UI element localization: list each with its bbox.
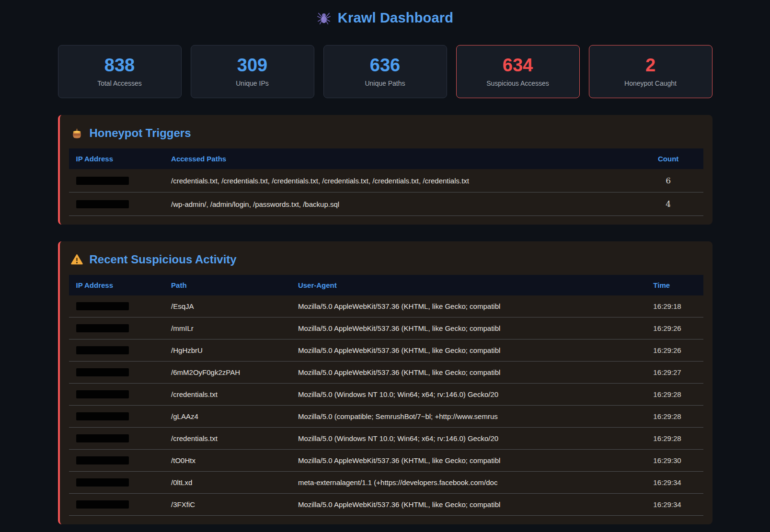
count-cell: 4 (633, 192, 703, 216)
honeypot-table-row: /wp-admin/, /admin/login, /passwords.txt… (69, 192, 703, 216)
time-cell: 16:29:18 (646, 295, 703, 317)
redacted-ip (76, 346, 129, 354)
stat-value: 2 (645, 56, 655, 75)
ip-address-cell (69, 340, 164, 362)
honey-pot-icon (70, 127, 83, 140)
suspicious-table-row: /HgHzbrU Mozilla/5.0 AppleWebKit/537.36 … (69, 340, 703, 362)
honeypot-table-header-row: IP Address Accessed Paths Count (69, 148, 703, 169)
column-header-ip-address: IP Address (69, 148, 164, 169)
stats-row: 838 Total Accesses 309 Unique IPs 636 Un… (58, 45, 713, 98)
honeypot-triggers-panel: Honeypot Triggers IP Address Accessed Pa… (58, 115, 713, 225)
redacted-ip (76, 302, 129, 310)
user-agent-cell: Mozilla/5.0 (Windows NT 10.0; Win64; x64… (291, 428, 646, 450)
warning-icon (70, 253, 83, 266)
column-header-path: Path (164, 275, 291, 295)
suspicious-table-row: /3FXfiC Mozilla/5.0 AppleWebKit/537.36 (… (69, 494, 703, 516)
ip-address-cell (69, 362, 164, 384)
suspicious-table-row: /credentials.txt Mozilla/5.0 (Windows NT… (69, 428, 703, 450)
dashboard-page: Krawl Dashboard 838 Total Accesses 309 U… (58, 0, 713, 524)
time-cell: 16:29:28 (646, 428, 703, 450)
column-header-user-agent: User-Agent (291, 275, 646, 295)
redacted-ip (76, 434, 129, 442)
ip-address-cell (69, 428, 164, 450)
redacted-ip (76, 500, 129, 509)
time-cell: 16:29:28 (646, 384, 703, 406)
time-cell: 16:29:34 (646, 494, 703, 516)
stat-value: 634 (503, 56, 533, 75)
ip-address-cell (69, 192, 164, 216)
suspicious-panel-title-text: Recent Suspicious Activity (90, 253, 237, 266)
redacted-ip (76, 456, 129, 464)
user-agent-cell: Mozilla/5.0 AppleWebKit/537.36 (KHTML, l… (291, 494, 646, 516)
honeypot-panel-title-text: Honeypot Triggers (90, 126, 191, 140)
path-cell: /EsqJA (164, 295, 291, 317)
page-title: Krawl Dashboard (338, 10, 454, 26)
time-cell: 16:29:26 (646, 340, 703, 362)
path-cell: /gLAAz4 (164, 406, 291, 428)
time-cell: 16:29:27 (646, 362, 703, 384)
ip-address-cell (69, 494, 164, 516)
user-agent-cell: Mozilla/5.0 AppleWebKit/537.36 (KHTML, l… (291, 450, 646, 472)
column-header-time: Time (646, 275, 703, 295)
user-agent-cell: meta-externalagent/1.1 (+https://develop… (291, 472, 646, 494)
path-cell: /6mM2OyF0gk2zPAH (164, 362, 291, 384)
time-cell: 16:29:30 (646, 450, 703, 472)
path-cell: /tO0Htx (164, 450, 291, 472)
suspicious-table-row: /tO0Htx Mozilla/5.0 AppleWebKit/537.36 (… (69, 450, 703, 472)
app-header: Krawl Dashboard (58, 7, 713, 29)
stat-card: 2 Honeypot Caught (589, 45, 713, 98)
honeypot-panel-title: Honeypot Triggers (69, 126, 703, 140)
redacted-ip (76, 368, 129, 376)
accessed-paths-cell: /wp-admin/, /admin/login, /passwords.txt… (164, 192, 633, 216)
time-cell: 16:29:26 (646, 317, 703, 340)
ip-address-cell (69, 450, 164, 472)
column-header-accessed-paths: Accessed Paths (164, 148, 633, 169)
path-cell: /HgHzbrU (164, 340, 291, 362)
column-header-count: Count (633, 148, 703, 169)
ip-address-cell (69, 384, 164, 406)
stat-card: 838 Total Accesses (58, 45, 182, 98)
suspicious-table-row: /0ltLxd meta-externalagent/1.1 (+https:/… (69, 472, 703, 494)
stat-value: 636 (370, 56, 400, 75)
redacted-ip (76, 390, 129, 398)
spider-icon (317, 11, 331, 25)
path-cell: /credentials.txt (164, 384, 291, 406)
ip-address-cell (69, 295, 164, 317)
suspicious-table-row: /EsqJA Mozilla/5.0 AppleWebKit/537.36 (K… (69, 295, 703, 317)
suspicious-table-row: /6mM2OyF0gk2zPAH Mozilla/5.0 AppleWebKit… (69, 362, 703, 384)
redacted-ip (76, 412, 129, 420)
suspicious-table-header-row: IP Address Path User-Agent Time (69, 275, 703, 295)
user-agent-cell: Mozilla/5.0 (compatible; SemrushBot/7~bl… (291, 406, 646, 428)
suspicious-activity-table: IP Address Path User-Agent Time /EsqJA M… (69, 275, 703, 516)
stat-card: 634 Suspicious Accesses (456, 45, 580, 98)
user-agent-cell: Mozilla/5.0 (Windows NT 10.0; Win64; x64… (291, 384, 646, 406)
stat-label: Unique IPs (236, 79, 268, 87)
redacted-ip (76, 200, 129, 208)
ip-address-cell (69, 472, 164, 494)
user-agent-cell: Mozilla/5.0 AppleWebKit/537.36 (KHTML, l… (291, 295, 646, 317)
path-cell: /0ltLxd (164, 472, 291, 494)
stat-label: Honeypot Caught (624, 79, 677, 87)
stat-value: 838 (104, 56, 135, 75)
stat-value: 309 (237, 56, 267, 75)
ip-address-cell (69, 169, 164, 192)
honeypot-table-row: /credentials.txt, /credentials.txt, /cre… (69, 169, 703, 192)
redacted-ip (76, 478, 129, 487)
count-cell: 6 (633, 169, 703, 192)
path-cell: /mmILr (164, 317, 291, 340)
suspicious-table-row: /mmILr Mozilla/5.0 AppleWebKit/537.36 (K… (69, 317, 703, 340)
stat-label: Unique Paths (365, 79, 405, 87)
suspicious-table-row: /gLAAz4 Mozilla/5.0 (compatible; Semrush… (69, 406, 703, 428)
ip-address-cell (69, 317, 164, 340)
suspicious-panel-title: Recent Suspicious Activity (69, 253, 703, 266)
user-agent-cell: Mozilla/5.0 AppleWebKit/537.36 (KHTML, l… (291, 362, 646, 384)
suspicious-table-row: /credentials.txt Mozilla/5.0 (Windows NT… (69, 384, 703, 406)
user-agent-cell: Mozilla/5.0 AppleWebKit/537.36 (KHTML, l… (291, 317, 646, 340)
redacted-ip (76, 324, 129, 332)
path-cell: /credentials.txt (164, 428, 291, 450)
stat-label: Total Accesses (97, 79, 142, 87)
stat-card: 309 Unique IPs (191, 45, 314, 98)
ip-address-cell (69, 406, 164, 428)
accessed-paths-cell: /credentials.txt, /credentials.txt, /cre… (164, 169, 633, 192)
column-header-ip-address: IP Address (69, 275, 164, 295)
